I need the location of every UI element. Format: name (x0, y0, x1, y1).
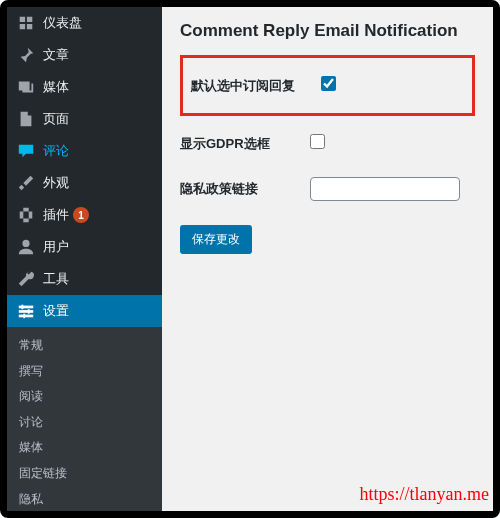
sidebar-item-comments[interactable]: 评论 (7, 135, 162, 167)
submenu-item-privacy[interactable]: 隐私 (7, 487, 162, 511)
submenu-item-media[interactable]: 媒体 (7, 435, 162, 461)
submenu-item-general[interactable]: 常规 (7, 333, 162, 359)
sidebar-item-label: 评论 (43, 142, 69, 160)
plugin-icon (17, 206, 35, 224)
sidebar-item-label: 工具 (43, 270, 69, 288)
svg-rect-6 (23, 314, 25, 319)
sidebar-item-posts[interactable]: 文章 (7, 39, 162, 71)
comment-icon (17, 142, 35, 160)
sidebar-item-label: 外观 (43, 174, 69, 192)
settings-icon (17, 302, 35, 320)
dashboard-icon (17, 14, 35, 32)
show-gdpr-checkbox[interactable] (310, 134, 325, 149)
sidebar-item-tools[interactable]: 工具 (7, 263, 162, 295)
sidebar-item-settings[interactable]: 设置 (7, 295, 162, 327)
settings-page: Comment Reply Email Notification 默认选中订阅回… (162, 7, 493, 511)
update-badge: 1 (73, 207, 89, 223)
default-subscribe-label: 默认选中订阅回复 (191, 77, 321, 95)
sidebar-item-label: 文章 (43, 46, 69, 64)
svg-rect-5 (28, 309, 30, 314)
sidebar-item-media[interactable]: 媒体 (7, 71, 162, 103)
svg-rect-4 (22, 305, 24, 310)
sidebar-item-label: 用户 (43, 238, 69, 256)
submenu-item-reading[interactable]: 阅读 (7, 384, 162, 410)
save-button[interactable]: 保存更改 (180, 225, 252, 254)
privacy-link-label: 隐私政策链接 (180, 180, 310, 198)
page-title: Comment Reply Email Notification (180, 21, 475, 41)
sidebar-item-pages[interactable]: 页面 (7, 103, 162, 135)
pin-icon (17, 46, 35, 64)
sidebar-item-users[interactable]: 用户 (7, 231, 162, 263)
privacy-link-input[interactable] (310, 177, 460, 201)
sidebar-item-label: 页面 (43, 110, 69, 128)
watermark-text: https://tlanyan.me (360, 484, 489, 505)
submenu-item-discussion[interactable]: 讨论 (7, 410, 162, 436)
page-icon (17, 110, 35, 128)
highlighted-setting: 默认选中订阅回复 (180, 55, 475, 116)
brush-icon (17, 174, 35, 192)
sidebar-item-appearance[interactable]: 外观 (7, 167, 162, 199)
svg-rect-1 (19, 306, 33, 309)
sidebar-item-plugins[interactable]: 插件 1 (7, 199, 162, 231)
wrench-icon (17, 270, 35, 288)
submenu-item-writing[interactable]: 撰写 (7, 359, 162, 385)
svg-rect-3 (19, 315, 33, 318)
svg-rect-2 (19, 310, 33, 313)
svg-point-0 (22, 240, 29, 247)
media-icon (17, 78, 35, 96)
sidebar-item-dashboard[interactable]: 仪表盘 (7, 7, 162, 39)
submenu-item-permalinks[interactable]: 固定链接 (7, 461, 162, 487)
admin-sidebar: 仪表盘 文章 媒体 页面 评论 外观 插件 1 用户 (7, 7, 162, 511)
sidebar-item-label: 媒体 (43, 78, 69, 96)
sidebar-item-label: 设置 (43, 302, 69, 320)
show-gdpr-label: 显示GDPR选框 (180, 135, 310, 153)
settings-submenu: 常规 撰写 阅读 讨论 媒体 固定链接 隐私 Anti-spam Comment… (7, 327, 162, 511)
sidebar-item-label: 插件 (43, 206, 69, 224)
sidebar-item-label: 仪表盘 (43, 14, 82, 32)
default-subscribe-checkbox[interactable] (321, 76, 336, 91)
user-icon (17, 238, 35, 256)
